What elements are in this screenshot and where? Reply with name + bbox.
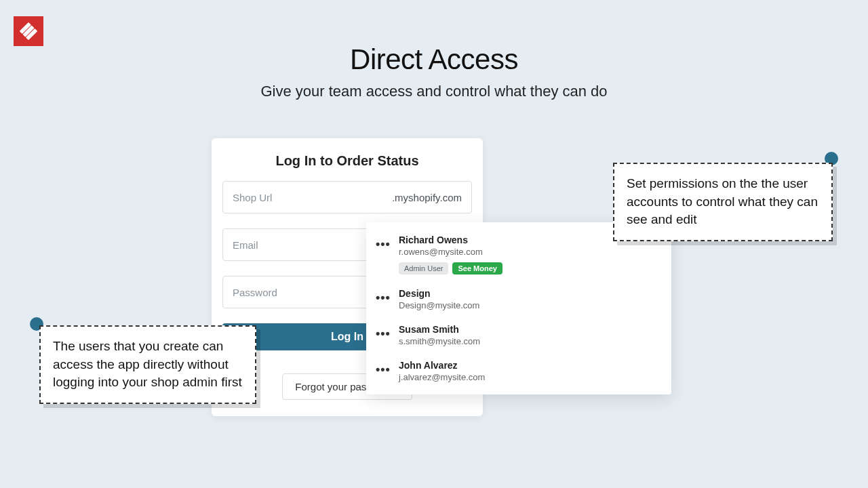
shop-url-label: Shop Url (233, 192, 392, 203)
user-info: Susam Smiths.smith@mysite.com (399, 324, 659, 346)
user-email: Design@mysite.com (399, 300, 659, 310)
shop-url-field[interactable]: Shop Url .myshopify.com (222, 181, 472, 214)
user-badges: Admin UserSee Money (399, 262, 659, 274)
users-list: •••Richard Owensr.owens@mysite.comAdmin … (366, 222, 671, 394)
user-name: Design (399, 288, 659, 299)
shop-url-suffix: .myshopify.com (392, 192, 462, 203)
more-icon[interactable]: ••• (376, 235, 399, 251)
user-row: •••John Alvarezj.alvarez@mysite.com (366, 353, 671, 389)
callout-right: Set permissions on the the user accounts… (613, 163, 833, 241)
login-title: Log In to Order Status (222, 153, 472, 169)
more-icon[interactable]: ••• (376, 360, 399, 377)
user-info: John Alvarezj.alvarez@mysite.com (399, 360, 659, 382)
app-logo (14, 16, 43, 46)
user-badge: See Money (452, 262, 502, 274)
user-badge: Admin User (399, 262, 448, 274)
headline: Direct Access Give your team access and … (0, 43, 868, 100)
user-info: DesignDesign@mysite.com (399, 288, 659, 310)
logo-icon (18, 21, 39, 41)
more-icon[interactable]: ••• (376, 288, 399, 305)
more-icon[interactable]: ••• (376, 324, 399, 341)
page-title: Direct Access (0, 43, 868, 76)
user-row: •••Susam Smiths.smith@mysite.com (366, 317, 671, 353)
user-email: s.smith@mysite.com (399, 336, 659, 346)
user-name: John Alvarez (399, 360, 659, 371)
user-name: Susam Smith (399, 324, 659, 335)
page-subtitle: Give your team access and control what t… (0, 83, 868, 100)
user-row: •••DesignDesign@mysite.com (366, 281, 671, 317)
user-email: r.owens@mysite.com (399, 247, 659, 257)
callout-left: The users that you create can access the… (39, 325, 256, 404)
user-email: j.alvarez@mysite.com (399, 372, 659, 382)
